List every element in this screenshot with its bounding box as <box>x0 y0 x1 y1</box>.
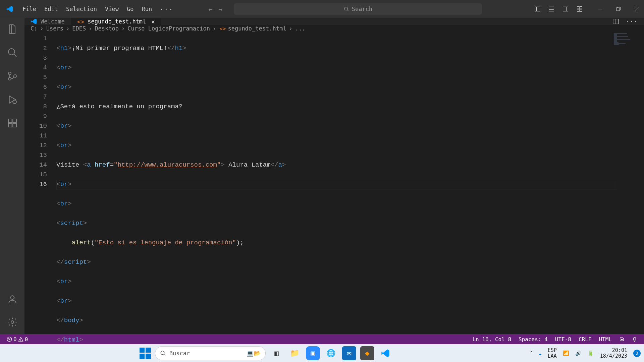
editor-actions: ··· <box>612 18 644 25</box>
breadcrumb-users[interactable]: Users <box>46 25 63 32</box>
line-number-gutter: 1 2 3 4 5 6 7 8 9 10 11 12 13 14 15 16 <box>24 32 56 362</box>
editor-body[interactable]: 1 2 3 4 5 6 7 8 9 10 11 12 13 14 15 16 <… <box>24 32 644 362</box>
more-actions-icon[interactable]: ··· <box>626 18 638 25</box>
svg-rect-8 <box>577 6 580 9</box>
source-control-icon[interactable] <box>7 71 18 81</box>
line-number: 8 <box>24 102 47 112</box>
svg-point-19 <box>8 77 11 80</box>
breadcrumb-file[interactable]: segundo_test.html <box>228 25 286 32</box>
svg-rect-2 <box>535 7 540 11</box>
line-number: 9 <box>24 112 47 121</box>
breadcrumb-curso[interactable]: Curso LogicaProgramacion <box>127 25 210 32</box>
svg-point-21 <box>13 100 16 104</box>
svg-point-0 <box>344 7 347 10</box>
close-tab-icon[interactable]: × <box>151 18 155 25</box>
tab-active-file[interactable]: <> segundo_test.html × <box>71 18 162 25</box>
split-editor-icon[interactable] <box>612 18 620 25</box>
svg-point-27 <box>11 321 14 323</box>
breadcrumb-desktop[interactable]: Desktop <box>95 25 119 32</box>
vscode-logo-icon <box>6 5 13 13</box>
tab-active-label: segundo_test.html <box>88 18 146 25</box>
chevron-right-icon: › <box>289 25 292 32</box>
layout-controls <box>534 6 583 12</box>
svg-rect-25 <box>13 119 16 123</box>
breadcrumb-last[interactable]: ... <box>295 25 306 32</box>
menu-go[interactable]: Go <box>123 4 138 14</box>
editor-tabs: Welcome <> segundo_test.html × ··· <box>24 18 644 25</box>
svg-rect-11 <box>580 9 582 11</box>
nav-back-icon[interactable]: ← <box>207 4 214 14</box>
main-area: Welcome <> segundo_test.html × ··· C: › … <box>0 18 644 334</box>
svg-rect-23 <box>8 123 12 127</box>
extensions-icon[interactable] <box>7 118 18 128</box>
line-number: 11 <box>24 131 47 141</box>
chevron-right-icon: › <box>121 25 125 32</box>
account-icon[interactable] <box>7 294 18 305</box>
breadcrumb-c[interactable]: C: <box>31 25 37 32</box>
tab-welcome-label: Welcome <box>41 18 65 25</box>
nav-forward-icon[interactable]: → <box>217 4 224 14</box>
line-number: 1 <box>24 34 47 44</box>
toggle-panel-icon[interactable] <box>548 6 555 12</box>
line-number: 6 <box>24 82 47 92</box>
line-number: 3 <box>24 53 47 63</box>
command-center-search[interactable]: Search <box>234 3 482 15</box>
svg-point-16 <box>8 49 15 55</box>
svg-rect-10 <box>577 9 580 11</box>
line-number: 5 <box>24 73 47 82</box>
menu-selection[interactable]: Selection <box>62 4 101 14</box>
restore-window-icon[interactable] <box>614 5 623 13</box>
svg-rect-24 <box>13 123 16 127</box>
line-number: 10 <box>24 121 47 131</box>
title-bar: File Edit Selection View Go Run ··· ← → … <box>0 0 644 18</box>
svg-point-18 <box>8 72 11 75</box>
svg-rect-6 <box>563 7 568 11</box>
minimap[interactable] <box>614 33 637 43</box>
activity-bar <box>0 18 24 334</box>
toggle-secondary-sidebar-icon[interactable] <box>562 6 569 12</box>
svg-rect-22 <box>8 119 12 123</box>
tab-welcome[interactable]: Welcome <box>24 18 71 25</box>
warning-icon <box>18 337 23 342</box>
html-file-icon: <> <box>219 25 226 32</box>
status-error-count: 0 <box>13 336 17 343</box>
toggle-primary-sidebar-icon[interactable] <box>534 6 541 12</box>
chevron-right-icon: › <box>40 25 43 32</box>
svg-rect-13 <box>616 8 620 11</box>
svg-point-20 <box>14 75 16 77</box>
settings-gear-icon[interactable] <box>7 317 18 327</box>
line-number: 12 <box>24 141 47 150</box>
svg-point-26 <box>10 296 14 299</box>
chevron-right-icon: › <box>213 25 216 32</box>
breadcrumb-edes[interactable]: EDES <box>72 25 86 32</box>
line-number: 7 <box>24 92 47 102</box>
menu-file[interactable]: File <box>18 4 40 14</box>
search-icon <box>344 6 349 12</box>
svg-line-17 <box>14 54 16 57</box>
search-icon[interactable] <box>7 47 18 58</box>
svg-line-1 <box>347 10 348 11</box>
line-number: 2 <box>24 44 47 53</box>
svg-rect-9 <box>580 6 582 9</box>
menu-run[interactable]: Run <box>138 4 156 14</box>
window-controls <box>596 5 641 13</box>
run-debug-icon[interactable] <box>7 94 18 105</box>
menu-view[interactable]: View <box>101 4 123 14</box>
html-file-icon: <> <box>77 18 85 25</box>
customize-layout-icon[interactable] <box>576 6 583 12</box>
code-content[interactable]: <h1>¡Mi primer programa HTML!</h1> <br> … <box>56 32 286 362</box>
explorer-icon[interactable] <box>7 24 18 35</box>
menu-edit[interactable]: Edit <box>40 4 62 14</box>
line-number: 4 <box>24 63 47 73</box>
minimize-window-icon[interactable] <box>596 5 604 13</box>
menu-overflow-icon[interactable]: ··· <box>156 3 177 15</box>
close-window-icon[interactable] <box>633 5 641 13</box>
line-number: 16 <box>24 180 47 189</box>
chevron-right-icon: › <box>66 25 69 32</box>
nav-arrows: ← → <box>207 4 224 14</box>
vscode-small-icon <box>31 18 37 25</box>
chevron-right-icon: › <box>89 25 92 32</box>
svg-rect-4 <box>549 7 554 11</box>
breadcrumb-bar[interactable]: C: › Users › EDES › Desktop › Curso Logi… <box>24 25 644 32</box>
error-icon <box>7 337 12 342</box>
